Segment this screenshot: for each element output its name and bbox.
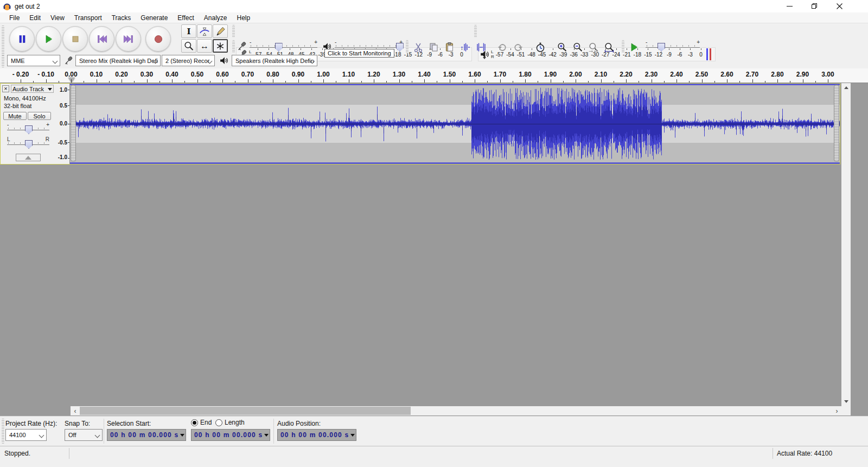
meter-tick-label: -6 xyxy=(677,52,682,58)
vertical-scrollbar[interactable] xyxy=(841,83,851,406)
selection-end-field[interactable]: 00 h 00 m 00.000 s xyxy=(191,429,270,441)
skip-to-start-button[interactable] xyxy=(89,26,114,52)
sync-lock-button[interactable] xyxy=(533,40,547,54)
audio-position-field[interactable]: 00 h 00 m 00.000 s xyxy=(277,429,356,441)
zoom-out-button[interactable] xyxy=(570,40,585,54)
length-radio[interactable]: Length xyxy=(215,419,245,426)
status-bar: Stopped. Actual Rate: 44100 xyxy=(0,446,868,467)
play-at-speed-button[interactable] xyxy=(627,40,641,54)
timeshift-tool-icon: ↔ xyxy=(200,41,209,51)
recording-device-select[interactable]: Stereo Mix (Realtek High Defi xyxy=(75,55,161,66)
menu-transport[interactable]: Transport xyxy=(69,14,107,22)
record-button[interactable] xyxy=(145,26,171,52)
selection-start-field[interactable]: 00 h 00 m 00.000 s xyxy=(107,429,186,441)
cut-button[interactable] xyxy=(411,40,425,54)
device-speaker-icon xyxy=(219,56,228,65)
selection-tool-button[interactable]: I xyxy=(181,24,196,38)
silence-audio-button[interactable] xyxy=(474,40,488,54)
play-speed-slider[interactable]: - + xyxy=(646,40,700,51)
scroll-left-button[interactable]: ‹ xyxy=(71,406,80,415)
scroll-up-button[interactable] xyxy=(841,83,851,92)
edit-toolbar-grabber[interactable] xyxy=(406,40,409,53)
zoom-in-button[interactable] xyxy=(554,40,569,54)
timeshift-tool-button[interactable]: ↔ xyxy=(197,39,212,53)
recording-channels-select[interactable]: 2 (Stereo) Recor xyxy=(162,55,215,66)
playhead-marker[interactable] xyxy=(68,78,75,83)
copy-button[interactable] xyxy=(426,40,441,54)
play-speed-thumb[interactable] xyxy=(658,43,665,52)
ruler-label: 2.80 xyxy=(771,71,783,78)
restore-button[interactable] xyxy=(802,0,827,12)
scroll-down-button[interactable] xyxy=(841,397,851,406)
ruler-minor-tick xyxy=(639,81,639,83)
ruler-minor-tick xyxy=(260,81,261,83)
ruler-minor-tick xyxy=(235,81,235,83)
project-rate-label: Project Rate (Hz): xyxy=(5,420,57,427)
zoom-out-icon xyxy=(572,42,583,53)
vertical-ruler[interactable]: 1.0 0.5 0.0 -0.5 -1.0 xyxy=(55,84,70,164)
menu-tracks[interactable]: Tracks xyxy=(107,14,136,22)
recording-volume-slider[interactable]: - + xyxy=(250,40,317,51)
trim-audio-button[interactable] xyxy=(458,40,473,54)
multi-tool-button[interactable] xyxy=(213,39,228,53)
skip-to-end-icon xyxy=(123,33,135,45)
meter-tick xyxy=(532,48,532,50)
track-menu-button[interactable]: Audio Track xyxy=(11,85,54,93)
menu-effect[interactable]: Effect xyxy=(173,14,199,22)
recording-volume-thumb[interactable] xyxy=(275,43,283,52)
timeline-ruler[interactable]: - 0.20- 0.100.000.100.200.300.400.500.60… xyxy=(0,68,868,83)
track-close-button[interactable]: × xyxy=(2,85,9,92)
paste-button[interactable] xyxy=(442,40,457,54)
minimize-button[interactable] xyxy=(777,0,802,12)
menu-analyze[interactable]: Analyze xyxy=(199,14,232,22)
track-gain-slider[interactable]: - + xyxy=(7,123,49,134)
menu-help[interactable]: Help xyxy=(232,14,256,22)
meter-peak-bar-red xyxy=(710,48,711,60)
selection-toolbar-grabber[interactable] xyxy=(2,419,4,444)
track-pan-thumb[interactable] xyxy=(25,140,33,149)
menu-file[interactable]: File xyxy=(4,14,24,22)
record-icon xyxy=(152,33,164,45)
undo-button[interactable] xyxy=(495,40,509,54)
track-bitdepth-info: 32-bit float xyxy=(4,103,31,109)
track-gain-thumb[interactable] xyxy=(25,125,33,134)
horizontal-scroll-thumb[interactable] xyxy=(80,407,411,415)
close-button[interactable] xyxy=(827,0,852,12)
playback-device-select[interactable]: Speakers (Realtek High Defin xyxy=(232,55,317,66)
menu-view[interactable]: View xyxy=(46,14,69,22)
audio-host-select[interactable]: MME xyxy=(7,55,60,66)
skip-to-end-button[interactable] xyxy=(116,26,141,52)
pause-button[interactable] xyxy=(9,26,35,52)
playback-meter-grabber[interactable] xyxy=(474,25,477,38)
recording-meter-grabber[interactable] xyxy=(232,25,235,38)
horizontal-scrollbar[interactable]: ‹ › xyxy=(71,406,841,415)
waveform-view[interactable] xyxy=(70,84,840,164)
play-button[interactable] xyxy=(36,26,61,52)
draw-tool-button[interactable] xyxy=(213,24,228,38)
device-toolbar-grabber[interactable] xyxy=(2,55,4,67)
snap-to-select[interactable]: Off xyxy=(65,429,103,441)
track-collapse-button[interactable] xyxy=(16,154,41,161)
clip-edge-right[interactable] xyxy=(834,85,839,162)
envelope-tool-button[interactable] xyxy=(197,24,212,38)
zoom-tool-button[interactable] xyxy=(181,39,196,53)
mute-button[interactable]: Mute xyxy=(3,112,27,120)
project-rate-select[interactable]: 44100 xyxy=(5,429,47,441)
fit-project-button[interactable] xyxy=(602,40,616,54)
mixer-toolbar-grabber[interactable] xyxy=(232,40,235,53)
scroll-right-button[interactable]: › xyxy=(832,406,841,415)
end-radio[interactable]: End xyxy=(191,419,212,426)
track-pan-slider[interactable]: L R xyxy=(7,137,49,148)
menu-edit[interactable]: Edit xyxy=(24,14,46,22)
solo-button[interactable]: Solo xyxy=(28,112,51,120)
redo-button[interactable] xyxy=(510,40,525,54)
play-at-speed-grabber[interactable] xyxy=(622,40,624,53)
menu-generate[interactable]: Generate xyxy=(136,14,173,22)
stop-button[interactable] xyxy=(62,26,88,52)
silence-audio-icon xyxy=(476,42,487,53)
clip-edge-left[interactable] xyxy=(71,85,76,162)
zoom-to-selection-button[interactable] xyxy=(586,40,601,54)
playback-volume-thumb[interactable] xyxy=(396,43,404,52)
waveform-canvas[interactable] xyxy=(70,84,840,164)
ruler-label: 2.10 xyxy=(595,71,607,78)
